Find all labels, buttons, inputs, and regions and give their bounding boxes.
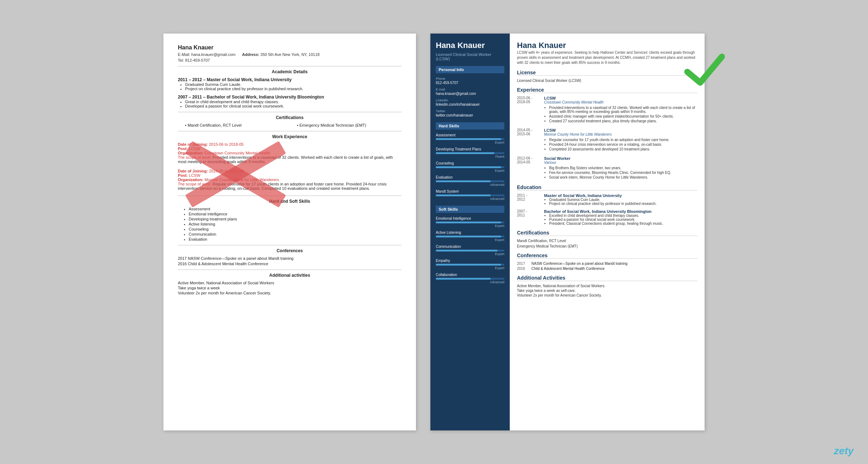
cert-1: • Mandt Certification, RCT Level — [185, 123, 290, 127]
conf-section-right: Conferences — [517, 253, 697, 259]
conf-1: 2017 NASW Conference—Spoke on a panel ab… — [178, 256, 402, 261]
sidebar-title: Licensed Clinical Social Worker (LCSW) — [436, 52, 504, 61]
tel-value: 812-459-5707 — [185, 58, 210, 62]
phone-label: Phone — [436, 77, 504, 80]
conf-right-2: 2016 Child & Adolescent Mental Health Co… — [517, 267, 697, 271]
exp-dates-3: 2012-06 - 2014-05 — [517, 156, 540, 180]
soft-skill-bar-bg-2 — [436, 236, 504, 237]
conf-2: 2016 Child & Adolescent Mental Health Co… — [178, 262, 402, 266]
exp-header-2: 2014-05 - 2015-06 LCSW Monroe County Hom… — [517, 128, 697, 152]
work1-org: Organization: Crosstown Community Mental… — [178, 151, 402, 155]
zety-logo: zety — [834, 445, 854, 457]
exp-dates-1: 2015-06 - 2018-05 — [517, 96, 540, 124]
left-name: Hana Knauer — [178, 44, 402, 51]
right-main-content: Hana Knauer LCSW with 4+ years of experi… — [510, 34, 705, 430]
exp-org-2: Monroe County Home for Little Wanderers — [544, 132, 670, 136]
add-right-2: Take yoga twice a week as self-care. — [517, 289, 697, 293]
exp-bullets-1: Provided interventions to a caseload of … — [544, 106, 697, 123]
divider-conf — [178, 245, 402, 245]
edu-dates-1: 2011 - 2012 — [517, 193, 540, 206]
hard-skill-5: Mandt System Advanced — [436, 189, 504, 201]
email-label: E-Mail: — [178, 52, 190, 57]
exp-details-3: Social Worker Various Big Brothers Big S… — [544, 156, 671, 180]
divider-cert — [178, 112, 402, 112]
soft-skill-2: Active Listening Expert — [436, 231, 504, 242]
address-value: 350 5th Ave New York, NY, 10118 — [260, 52, 320, 57]
skills-section-title: Hard and Soft Skills — [178, 199, 402, 204]
soft-skill-bar-bg-4 — [436, 264, 504, 266]
exp-bullets-3: Big Brothers Big Sisters volunteer, two … — [544, 166, 671, 179]
add-right-3: Volunteer 2x per month for American Canc… — [517, 293, 697, 297]
exp-details-1: LCSW Crosstown Community Mental Health P… — [544, 96, 697, 124]
hard-skills-section: Hard Skills — [436, 122, 504, 130]
hard-skill-2: Developing Treatment Plans Fluent — [436, 147, 504, 158]
exp-dates-2: 2014-05 - 2015-06 — [517, 128, 540, 152]
left-resume: Hana Knauer E-Mail: hana.knauer@gmail.co… — [163, 34, 416, 430]
soft-skill-5: Collaboration Advanced — [436, 273, 504, 284]
divider-work — [178, 131, 402, 131]
exp-entry-2: 2014-05 - 2015-06 LCSW Monroe County Hom… — [517, 128, 697, 152]
address-label: Address: — [242, 52, 259, 57]
exp-entry-1: 2015-06 - 2018-05 LCSW Crosstown Communi… — [517, 96, 697, 124]
exp-org-3: Various — [544, 161, 671, 165]
soft-skill-1: Emotional Intelligence Expert — [436, 216, 504, 228]
hard-skill-bar-bg-2 — [436, 152, 504, 154]
cert-section-title: Certifications — [178, 115, 402, 120]
exp-header-3: 2012-06 - 2014-05 Social Worker Various … — [517, 156, 697, 180]
hard-skill-1: Assessment Expert — [436, 133, 504, 144]
work2-scope: The scope of work: Regular counselor for… — [178, 182, 402, 191]
work1-date: Date of Joining: 2015-06 to 2018-05 — [178, 142, 402, 146]
cert-2: • Emergency Medical Technician (EMT) — [297, 123, 402, 127]
soft-skill-bar-bg-3 — [436, 250, 504, 251]
sidebar-personal-section: Personal Info — [436, 66, 504, 73]
add-right-1: Active Member, National Association of S… — [517, 284, 697, 288]
left-header: Hana Knauer E-Mail: hana.knauer@gmail.co… — [178, 44, 402, 62]
soft-skills-section: Soft Skills — [436, 206, 504, 213]
edu-dates-2: 2007 - 2011 — [517, 209, 540, 226]
soft-skill-bar-bg-1 — [436, 222, 504, 223]
exp-header-1: 2015-06 - 2018-05 LCSW Crosstown Communi… — [517, 96, 697, 124]
main-summary: LCSW with 4+ years of experience. Seekin… — [517, 50, 697, 65]
soft-skill-4: Empathy Expert — [436, 259, 504, 270]
exp-entry-3: 2012-06 - 2014-05 Social Worker Various … — [517, 156, 697, 180]
divider-additional — [178, 270, 402, 270]
main-name: Hana Knauer — [517, 41, 697, 50]
cert-grid: • Mandt Certification, RCT Level • Emerg… — [178, 123, 402, 127]
academic-section-title: Academic Details — [178, 69, 402, 74]
additional-section-title: Additional activities — [178, 273, 402, 278]
education-section: Education — [517, 184, 697, 191]
divider-skills — [178, 196, 402, 196]
hard-skill-bar-bg-4 — [436, 180, 504, 182]
edu-title-2: 2007 – 2011 – Bachelor of Social Work, I… — [178, 95, 402, 100]
conf-section-title: Conferences — [178, 248, 402, 253]
work2-post: Post: LCSW — [178, 173, 402, 178]
linkedin-value: linkedin.com/in/hanaknauer — [436, 102, 504, 106]
certs-section-right: Certifications — [517, 230, 697, 236]
email-value-sidebar: hana.knauer@gmail.com — [436, 92, 504, 96]
twitter-label: Twitter — [436, 109, 504, 113]
edu-right-2: 2007 - 2011 Bachelor of Social Work, Ind… — [517, 209, 697, 226]
hard-skill-3: Counseling Expert — [436, 161, 504, 172]
left-contact: E-Mail: hana.knauer@gmail.com Address: 3… — [178, 52, 402, 57]
edu-entry-2: 2007 – 2011 – Bachelor of Social Work, I… — [178, 95, 402, 108]
cert-right-1: Mandt Certification, RCT Level — [517, 239, 697, 243]
soft-skill-3: Communication Expert — [436, 245, 504, 256]
exp-details-2: LCSW Monroe County Home for Little Wande… — [544, 128, 670, 152]
edu-bullets-right-2: Excelled in child development and child … — [544, 214, 663, 226]
divider-academic — [178, 66, 402, 66]
skills-list: Assessment Emotional intelligence Develo… — [178, 207, 402, 241]
email-label-sidebar: E-mail — [436, 88, 504, 91]
work1-post: Post: LCSW — [178, 146, 402, 151]
additional-section-right: Additional Activities — [517, 275, 697, 281]
edu-entry-1: 2011 – 2012 – Master of Social Work, Ind… — [178, 77, 402, 91]
work2-date: Date of Joining: 2014-05 to 2015-06 — [178, 169, 402, 173]
tel-label: Tel: — [178, 58, 184, 62]
edu-bullets-1: Graduated Summa Cum Laude. Project on cl… — [178, 82, 402, 91]
right-resume: Hana Knauer Licensed Clinical Social Wor… — [430, 34, 705, 430]
license-value: Licensed Clinical Social Worker (LCSW) — [517, 79, 697, 83]
twitter-value: twitter.com/hanaknauer — [436, 113, 504, 117]
work2-org: Organization: Monroe County Home for Lit… — [178, 178, 402, 182]
exp-org-1: Crosstown Community Mental Health — [544, 100, 697, 104]
hard-skill-bar-bg-1 — [436, 138, 504, 140]
additional-3: Volunteer 2x per month for American Canc… — [178, 291, 402, 295]
